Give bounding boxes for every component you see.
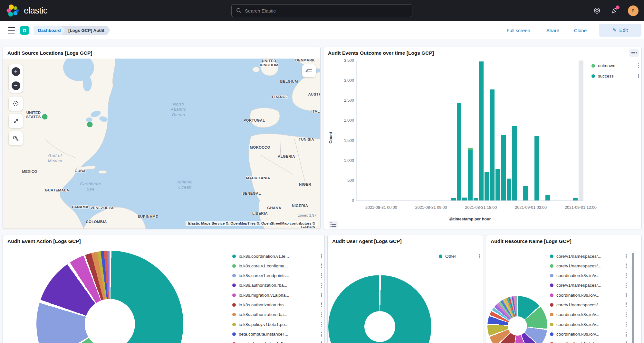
legend-toggle-button[interactable] xyxy=(329,221,338,228)
map-tools-button[interactable] xyxy=(9,131,23,145)
space-avatar[interactable]: D xyxy=(20,26,29,35)
bar-success[interactable] xyxy=(545,195,550,200)
map-data-point-marker[interactable] xyxy=(42,114,48,120)
legend-item[interactable]: google.iam.admin.v1.Cr... xyxy=(232,341,322,343)
legend-item-menu-button[interactable] xyxy=(320,302,323,308)
legend-item-menu-button[interactable] xyxy=(625,263,628,269)
bar-success[interactable] xyxy=(490,89,495,201)
legend-item[interactable]: coordination.k8s.io/v... xyxy=(550,292,627,298)
legend-item-menu-button[interactable] xyxy=(320,331,323,337)
legend-item[interactable]: coordination.k8s.io/v... xyxy=(550,321,627,328)
help-button[interactable] xyxy=(591,5,603,16)
bar-success[interactable] xyxy=(495,169,500,200)
menu-toggle-button[interactable] xyxy=(8,27,15,33)
clone-button[interactable]: Clone xyxy=(574,28,587,33)
collapse-legend-button[interactable] xyxy=(302,64,316,77)
legend-item-menu-button[interactable] xyxy=(625,292,628,298)
legend-item[interactable]: io.k8s.policy.v1beta1.po... xyxy=(232,321,322,328)
legend-item-menu-button[interactable] xyxy=(320,321,323,328)
breadcrumb-dashboard[interactable]: Dashboard xyxy=(34,26,67,35)
bar-success[interactable] xyxy=(534,136,539,200)
legend-item[interactable]: core/v1/namespaces/... xyxy=(550,253,627,259)
legend-item-menu-button[interactable] xyxy=(320,273,323,279)
legend-item[interactable]: Other xyxy=(439,253,481,259)
search-input[interactable] xyxy=(245,8,408,14)
panel-options-button[interactable] xyxy=(629,49,639,57)
legend-item-menu-button[interactable] xyxy=(320,263,323,269)
bar-success[interactable] xyxy=(501,135,506,200)
legend-item-menu-button[interactable] xyxy=(625,321,628,328)
crosshair-icon xyxy=(12,100,20,107)
bar-success[interactable] xyxy=(474,198,478,200)
legend-item[interactable]: io.k8s.authorization.rba... xyxy=(232,311,322,318)
map-data-point-marker[interactable] xyxy=(87,122,93,127)
legend-item-menu-button[interactable] xyxy=(625,273,628,279)
set-view-button[interactable] xyxy=(9,97,23,111)
resource-name-donut-chart[interactable] xyxy=(487,296,547,343)
event-action-donut-chart[interactable] xyxy=(36,251,183,343)
legend-item-menu-button[interactable] xyxy=(625,312,628,318)
legend-item-menu-button[interactable] xyxy=(320,292,323,298)
menu-left-icon xyxy=(305,68,313,74)
zoom-out-button[interactable]: − xyxy=(9,79,23,93)
legend-item[interactable]: success xyxy=(591,73,640,79)
bar-unknown[interactable] xyxy=(468,148,472,150)
legend-item[interactable]: io.k8s.core.v1.configma... xyxy=(232,263,322,269)
bar-success[interactable] xyxy=(468,150,472,200)
bar-success[interactable] xyxy=(457,103,461,200)
legend-item[interactable]: io.k8s.migration.v1alpha... xyxy=(232,292,322,298)
elastic-logo-icon[interactable] xyxy=(6,4,20,18)
bar-success[interactable] xyxy=(523,186,528,200)
legend-item[interactable]: io.k8s.authorization.rba... xyxy=(232,282,322,289)
bar-success[interactable] xyxy=(573,198,578,200)
newsfeed-button[interactable] xyxy=(609,5,620,16)
legend-item[interactable]: io.k8s.authorization.rba... xyxy=(232,302,322,308)
zoom-in-button[interactable]: + xyxy=(9,64,23,79)
legend-item-menu-button[interactable] xyxy=(625,341,628,343)
legend-item-menu-button[interactable] xyxy=(625,331,628,337)
legend-item[interactable]: io.k8s.coordination.v1.le... xyxy=(232,253,322,259)
bar-success[interactable] xyxy=(462,198,467,200)
edit-button[interactable]: ✎ Edit xyxy=(599,24,641,37)
legend-scrollbar[interactable] xyxy=(632,253,634,343)
legend-item[interactable]: core/v1/namespaces/... xyxy=(550,302,627,308)
legend-item-menu-button[interactable] xyxy=(320,283,323,289)
legend-item-menu-button[interactable] xyxy=(625,283,628,289)
user-menu-button[interactable]: e xyxy=(627,5,639,16)
legend-label: io.k8s.policy.v1beta1.po... xyxy=(239,322,317,327)
legend-item[interactable]: coordination.k8s.io/v... xyxy=(550,311,627,318)
user-agent-donut-chart[interactable] xyxy=(328,275,431,343)
legend-item-menu-button[interactable] xyxy=(625,253,628,259)
minus-icon: − xyxy=(12,81,20,90)
share-button[interactable]: Share xyxy=(546,28,559,33)
x-axis-tick-label: 2021-09-01 12:00 xyxy=(556,205,605,210)
legend-item[interactable]: beta.compute.instanceT... xyxy=(232,331,322,337)
bar-success[interactable] xyxy=(507,179,511,200)
legend-item[interactable]: io.k8s.core.v1.endpoints... xyxy=(232,273,322,279)
legend-item[interactable]: core/v1/namespaces/... xyxy=(550,282,627,289)
bar-success[interactable] xyxy=(451,198,456,200)
bar-success[interactable] xyxy=(479,61,484,201)
legend-item[interactable]: unknown xyxy=(591,62,640,69)
full-screen-button[interactable]: Full screen xyxy=(506,28,530,33)
legend-item[interactable]: coordination.k8s.io/v... xyxy=(550,341,627,343)
map-attribution[interactable]: Elastic Maps Service ⧉, OpenMapTiles ⧉, … xyxy=(186,221,318,226)
legend-item-menu-button[interactable] xyxy=(638,63,640,69)
legend-item-menu-button[interactable] xyxy=(320,253,323,259)
legend-item[interactable]: core/v1/namespaces/... xyxy=(550,263,627,269)
legend-label: google.iam.admin.v1.Cr... xyxy=(239,341,317,343)
legend-item[interactable]: coordination.k8s.io/v... xyxy=(550,331,627,337)
legend-item-menu-button[interactable] xyxy=(478,253,481,259)
bar-success[interactable] xyxy=(485,172,489,200)
global-search[interactable] xyxy=(231,4,412,17)
legend-item[interactable]: coordination.k8s.io/v... xyxy=(550,273,627,279)
legend-item-menu-button[interactable] xyxy=(320,341,323,343)
legend-color-dot xyxy=(550,283,553,287)
legend-item-menu-button[interactable] xyxy=(625,302,628,308)
fit-to-data-button[interactable] xyxy=(9,114,23,128)
bar-success[interactable] xyxy=(512,126,517,200)
map-canvas[interactable]: UNITED STATESMEXICOCUBAGUATEMALAPANAMAVE… xyxy=(3,59,320,229)
legend-item-menu-button[interactable] xyxy=(320,312,323,318)
legend-item-menu-button[interactable] xyxy=(638,73,640,79)
legend-color-dot xyxy=(232,332,236,336)
